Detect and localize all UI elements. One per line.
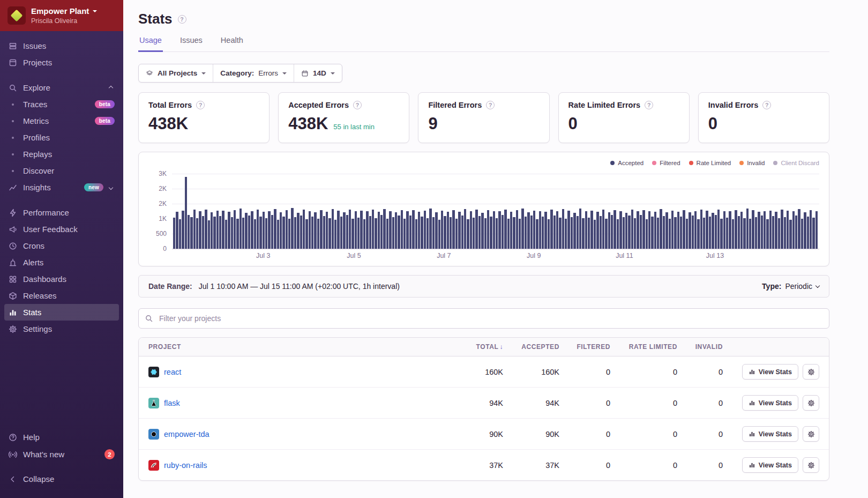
sidebar-item-whats-new[interactable]: What's new 2 (0, 445, 123, 463)
sidebar-item-help[interactable]: Help (0, 429, 123, 445)
chart-bar (507, 219, 510, 249)
column-header-total[interactable]: TOTAL↓ (450, 343, 503, 351)
chart-bar (444, 216, 446, 249)
sidebar-item-profiles[interactable]: Profiles (0, 129, 123, 146)
chart-bar (720, 219, 722, 249)
help-circle-icon[interactable]: ? (645, 101, 653, 109)
view-stats-button[interactable]: View Stats (742, 426, 798, 442)
sidebar-item-issues[interactable]: Issues (0, 38, 123, 54)
chart-bar (697, 219, 699, 249)
category-filter-dropdown[interactable]: Category: Errors (213, 64, 294, 82)
chart-bar (729, 211, 731, 249)
legend-item[interactable]: Client Discard (773, 160, 819, 166)
sidebar-item-label: Collapse (23, 474, 54, 484)
chevron-up-icon (109, 85, 113, 90)
project-settings-button[interactable] (803, 426, 819, 442)
sidebar-item-stats[interactable]: Stats (4, 304, 119, 321)
date-period-dropdown[interactable]: 14D (294, 64, 342, 82)
chart-bar (706, 211, 708, 249)
project-link[interactable]: react (164, 368, 181, 376)
chart-bar (346, 215, 348, 249)
chart-bar (470, 211, 472, 249)
tab-issues[interactable]: Issues (179, 36, 204, 51)
chart-bar (478, 216, 481, 249)
sidebar-item-metrics[interactable]: Metrics beta (0, 113, 123, 129)
sidebar-item-insights[interactable]: Insights new (0, 179, 123, 196)
chart-bar (749, 219, 751, 249)
legend-item[interactable]: Rate Limited (689, 160, 731, 166)
sidebar-item-discover[interactable]: Discover (0, 162, 123, 179)
chart-bar (631, 210, 633, 249)
sidebar-item-replays[interactable]: Replays (0, 146, 123, 162)
project-link[interactable]: ruby-on-rails (164, 461, 207, 470)
sidebar-item-settings[interactable]: Settings (0, 321, 123, 337)
legend-item[interactable]: Accepted (610, 160, 643, 166)
sidebar-item-alerts[interactable]: Alerts (0, 254, 123, 271)
column-header-project[interactable]: PROJECT (148, 343, 450, 351)
chart-bar (487, 210, 489, 249)
column-header-rate-limited[interactable]: RATE LIMITED (610, 343, 677, 351)
sidebar-item-user-feedback[interactable]: User Feedback (0, 221, 123, 237)
gear-icon (807, 399, 815, 407)
org-switcher[interactable]: Empower Plant Priscila Oliveira (0, 0, 123, 31)
project-link[interactable]: empower-tda (164, 430, 209, 438)
chart-bar (225, 220, 227, 249)
project-settings-button[interactable] (803, 457, 819, 473)
sidebar-item-explore[interactable]: Explore (0, 79, 123, 96)
chart-bar (291, 208, 293, 249)
help-circle-icon[interactable]: ? (353, 101, 362, 109)
sidebar-item-label: Stats (23, 308, 41, 317)
sidebar-item-projects[interactable]: Projects (0, 54, 123, 71)
tab-health[interactable]: Health (220, 36, 244, 51)
chart-bar (623, 217, 625, 249)
column-header-filtered[interactable]: FILTERED (559, 343, 610, 351)
help-circle-icon[interactable]: ? (178, 15, 186, 24)
tab-usage[interactable]: Usage (138, 36, 163, 52)
sidebar-item-crons[interactable]: Crons (0, 237, 123, 254)
chart-bar (240, 209, 242, 249)
chart-bar (533, 211, 535, 249)
chart-bar (424, 211, 426, 249)
type-dropdown[interactable]: Type: Periodic (762, 282, 819, 291)
view-stats-button[interactable]: View Stats (742, 395, 798, 411)
chart-bar (328, 218, 331, 249)
sidebar-item-traces[interactable]: Traces beta (0, 96, 123, 113)
sidebar-item-label: Settings (23, 324, 52, 333)
chart-bar (297, 213, 299, 249)
legend-item[interactable]: Invalid (739, 160, 765, 166)
sidebar-item-dashboards[interactable]: Dashboards (0, 271, 123, 287)
chart-bar (677, 212, 679, 249)
chart-bar (271, 215, 273, 249)
chart-bar (179, 219, 181, 249)
chart-bar (450, 217, 452, 249)
sidebar-item-label: What's new (23, 450, 64, 459)
chart-bar (556, 211, 558, 249)
chart-bar (637, 211, 639, 249)
column-header-accepted[interactable]: ACCEPTED (503, 343, 559, 351)
sidebar-item-releases[interactable]: Releases (0, 287, 123, 304)
project-settings-button[interactable] (803, 364, 819, 380)
chart-bars (173, 174, 818, 249)
column-header-invalid[interactable]: INVALID (677, 343, 723, 351)
sidebar-item-performance[interactable]: Performance (0, 204, 123, 221)
view-stats-button[interactable]: View Stats (742, 364, 798, 380)
search-input[interactable] (138, 308, 829, 329)
projects-icon (9, 58, 17, 67)
project-link[interactable]: flask (164, 399, 180, 407)
search-icon (145, 314, 153, 325)
project-filter-dropdown[interactable]: All Projects (139, 64, 213, 82)
legend-item[interactable]: Filtered (652, 160, 680, 166)
help-circle-icon[interactable]: ? (762, 101, 771, 109)
chart-bar (807, 217, 809, 249)
help-circle-icon[interactable]: ? (486, 101, 495, 109)
project-settings-button[interactable] (803, 395, 819, 411)
chart-bar (815, 211, 818, 249)
page-title: Stats (138, 11, 173, 27)
chart-bar (386, 219, 388, 249)
legend-dot-icon (739, 161, 744, 165)
chart-bar (219, 216, 221, 249)
chart-bar (380, 215, 383, 249)
help-circle-icon[interactable]: ? (196, 101, 205, 109)
view-stats-button[interactable]: View Stats (742, 457, 798, 473)
sidebar-collapse-button[interactable]: Collapse (0, 471, 123, 487)
